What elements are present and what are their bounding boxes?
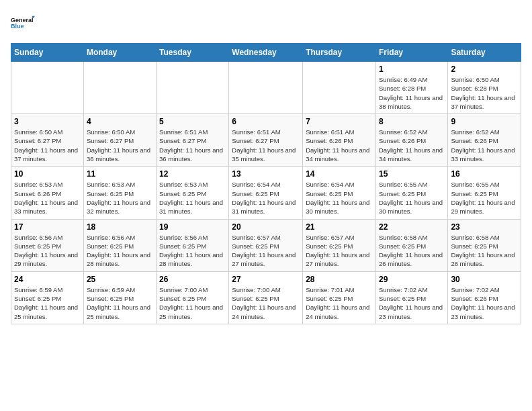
day-cell: 15Sunrise: 6:55 AM Sunset: 6:25 PM Dayli…: [375, 167, 447, 219]
day-cell: 7Sunrise: 6:51 AM Sunset: 6:26 PM Daylig…: [303, 114, 376, 167]
day-info: Sunrise: 6:53 AM Sunset: 6:26 PM Dayligh…: [14, 180, 81, 216]
day-number: 13: [232, 169, 300, 179]
day-info: Sunrise: 7:02 AM Sunset: 6:25 PM Dayligh…: [379, 285, 445, 321]
day-number: 9: [451, 117, 518, 126]
col-header-saturday: Saturday: [448, 44, 521, 62]
day-info: Sunrise: 6:53 AM Sunset: 6:25 PM Dayligh…: [159, 180, 226, 216]
day-cell: 2Sunrise: 6:50 AM Sunset: 6:28 PM Daylig…: [448, 62, 521, 114]
day-info: Sunrise: 6:52 AM Sunset: 6:26 PM Dayligh…: [451, 128, 518, 163]
day-cell: 23Sunrise: 6:58 AM Sunset: 6:25 PM Dayli…: [448, 219, 521, 271]
day-number: 12: [159, 169, 226, 179]
svg-text:Blue: Blue: [11, 23, 24, 30]
day-number: 4: [87, 117, 153, 126]
day-number: 20: [232, 222, 300, 232]
day-cell: [229, 62, 303, 114]
day-info: Sunrise: 6:51 AM Sunset: 6:26 PM Dayligh…: [306, 128, 373, 163]
day-cell: 30Sunrise: 7:02 AM Sunset: 6:26 PM Dayli…: [448, 271, 521, 324]
day-cell: 27Sunrise: 7:00 AM Sunset: 6:25 PM Dayli…: [229, 271, 303, 324]
day-number: 14: [306, 169, 373, 179]
day-cell: 12Sunrise: 6:53 AM Sunset: 6:25 PM Dayli…: [157, 167, 229, 219]
day-number: 19: [159, 222, 226, 232]
day-info: Sunrise: 6:57 AM Sunset: 6:25 PM Dayligh…: [306, 233, 373, 269]
day-info: Sunrise: 6:58 AM Sunset: 6:25 PM Dayligh…: [451, 233, 518, 269]
day-cell: 21Sunrise: 6:57 AM Sunset: 6:25 PM Dayli…: [303, 219, 376, 271]
day-info: Sunrise: 6:58 AM Sunset: 6:25 PM Dayligh…: [379, 233, 445, 269]
day-info: Sunrise: 6:55 AM Sunset: 6:25 PM Dayligh…: [379, 180, 445, 216]
day-info: Sunrise: 6:57 AM Sunset: 6:25 PM Dayligh…: [232, 233, 300, 269]
day-cell: 22Sunrise: 6:58 AM Sunset: 6:25 PM Dayli…: [375, 219, 447, 271]
day-info: Sunrise: 6:54 AM Sunset: 6:25 PM Dayligh…: [232, 180, 300, 216]
week-row-2: 3Sunrise: 6:50 AM Sunset: 6:27 PM Daylig…: [11, 114, 521, 167]
day-cell: 29Sunrise: 7:02 AM Sunset: 6:25 PM Dayli…: [375, 271, 447, 324]
week-row-3: 10Sunrise: 6:53 AM Sunset: 6:26 PM Dayli…: [11, 167, 521, 219]
day-number: 7: [306, 117, 373, 126]
calendar-table: SundayMondayTuesdayWednesdayThursdayFrid…: [11, 43, 521, 324]
col-header-thursday: Thursday: [303, 44, 376, 62]
day-number: 3: [14, 117, 81, 126]
day-cell: 5Sunrise: 6:51 AM Sunset: 6:27 PM Daylig…: [157, 114, 229, 167]
col-header-monday: Monday: [83, 44, 156, 62]
day-info: Sunrise: 6:54 AM Sunset: 6:25 PM Dayligh…: [306, 180, 373, 216]
day-info: Sunrise: 6:51 AM Sunset: 6:27 PM Dayligh…: [159, 128, 226, 163]
day-info: Sunrise: 6:52 AM Sunset: 6:26 PM Dayligh…: [379, 128, 445, 163]
day-info: Sunrise: 6:53 AM Sunset: 6:25 PM Dayligh…: [87, 180, 153, 216]
day-cell: [11, 62, 84, 114]
logo-svg: General Blue: [11, 11, 35, 35]
col-header-sunday: Sunday: [11, 44, 84, 62]
day-cell: 24Sunrise: 6:59 AM Sunset: 6:25 PM Dayli…: [11, 271, 84, 324]
day-info: Sunrise: 7:02 AM Sunset: 6:26 PM Dayligh…: [451, 285, 518, 321]
col-header-friday: Friday: [375, 44, 447, 62]
day-cell: [303, 62, 376, 114]
day-number: 23: [451, 222, 518, 232]
day-number: 15: [379, 169, 445, 179]
day-number: 17: [14, 222, 81, 232]
day-cell: 14Sunrise: 6:54 AM Sunset: 6:25 PM Dayli…: [303, 167, 376, 219]
day-cell: 19Sunrise: 6:56 AM Sunset: 6:25 PM Dayli…: [157, 219, 229, 271]
day-info: Sunrise: 6:56 AM Sunset: 6:25 PM Dayligh…: [14, 233, 81, 269]
day-number: 29: [379, 275, 445, 284]
day-info: Sunrise: 6:51 AM Sunset: 6:27 PM Dayligh…: [232, 128, 300, 163]
day-cell: 1Sunrise: 6:49 AM Sunset: 6:28 PM Daylig…: [375, 62, 447, 114]
day-number: 5: [159, 117, 226, 126]
day-number: 16: [451, 169, 518, 179]
svg-text:General: General: [11, 17, 34, 24]
day-info: Sunrise: 6:50 AM Sunset: 6:27 PM Dayligh…: [87, 128, 153, 163]
day-cell: 4Sunrise: 6:50 AM Sunset: 6:27 PM Daylig…: [83, 114, 156, 167]
day-info: Sunrise: 6:55 AM Sunset: 6:25 PM Dayligh…: [451, 180, 518, 216]
day-number: 10: [14, 169, 81, 179]
day-cell: 10Sunrise: 6:53 AM Sunset: 6:26 PM Dayli…: [11, 167, 84, 219]
day-number: 1: [379, 64, 445, 74]
day-number: 21: [306, 222, 373, 232]
logo: General Blue: [11, 11, 35, 35]
header-area: General Blue: [11, 11, 521, 35]
day-info: Sunrise: 6:50 AM Sunset: 6:27 PM Dayligh…: [14, 128, 81, 163]
day-cell: 18Sunrise: 6:56 AM Sunset: 6:25 PM Dayli…: [83, 219, 156, 271]
day-info: Sunrise: 7:00 AM Sunset: 6:25 PM Dayligh…: [159, 285, 226, 321]
day-number: 22: [379, 222, 445, 232]
day-number: 26: [159, 275, 226, 284]
day-cell: 9Sunrise: 6:52 AM Sunset: 6:26 PM Daylig…: [448, 114, 521, 167]
day-cell: 17Sunrise: 6:56 AM Sunset: 6:25 PM Dayli…: [11, 219, 84, 271]
day-cell: [157, 62, 229, 114]
day-number: 6: [232, 117, 300, 126]
day-info: Sunrise: 7:00 AM Sunset: 6:25 PM Dayligh…: [232, 285, 300, 321]
day-info: Sunrise: 6:49 AM Sunset: 6:28 PM Dayligh…: [379, 75, 445, 111]
day-cell: [83, 62, 156, 114]
day-info: Sunrise: 6:59 AM Sunset: 6:25 PM Dayligh…: [87, 285, 153, 321]
day-info: Sunrise: 6:56 AM Sunset: 6:25 PM Dayligh…: [159, 233, 226, 269]
day-info: Sunrise: 6:56 AM Sunset: 6:25 PM Dayligh…: [87, 233, 153, 269]
day-cell: 8Sunrise: 6:52 AM Sunset: 6:26 PM Daylig…: [375, 114, 447, 167]
day-cell: 25Sunrise: 6:59 AM Sunset: 6:25 PM Dayli…: [83, 271, 156, 324]
week-row-5: 24Sunrise: 6:59 AM Sunset: 6:25 PM Dayli…: [11, 271, 521, 324]
day-cell: 28Sunrise: 7:01 AM Sunset: 6:25 PM Dayli…: [303, 271, 376, 324]
day-number: 18: [87, 222, 153, 232]
col-header-tuesday: Tuesday: [157, 44, 229, 62]
day-info: Sunrise: 6:50 AM Sunset: 6:28 PM Dayligh…: [451, 75, 518, 111]
day-cell: 3Sunrise: 6:50 AM Sunset: 6:27 PM Daylig…: [11, 114, 84, 167]
day-number: 25: [87, 275, 153, 284]
day-cell: 16Sunrise: 6:55 AM Sunset: 6:25 PM Dayli…: [448, 167, 521, 219]
day-cell: 20Sunrise: 6:57 AM Sunset: 6:25 PM Dayli…: [229, 219, 303, 271]
day-cell: 26Sunrise: 7:00 AM Sunset: 6:25 PM Dayli…: [157, 271, 229, 324]
day-info: Sunrise: 6:59 AM Sunset: 6:25 PM Dayligh…: [14, 285, 81, 321]
day-number: 30: [451, 275, 518, 284]
